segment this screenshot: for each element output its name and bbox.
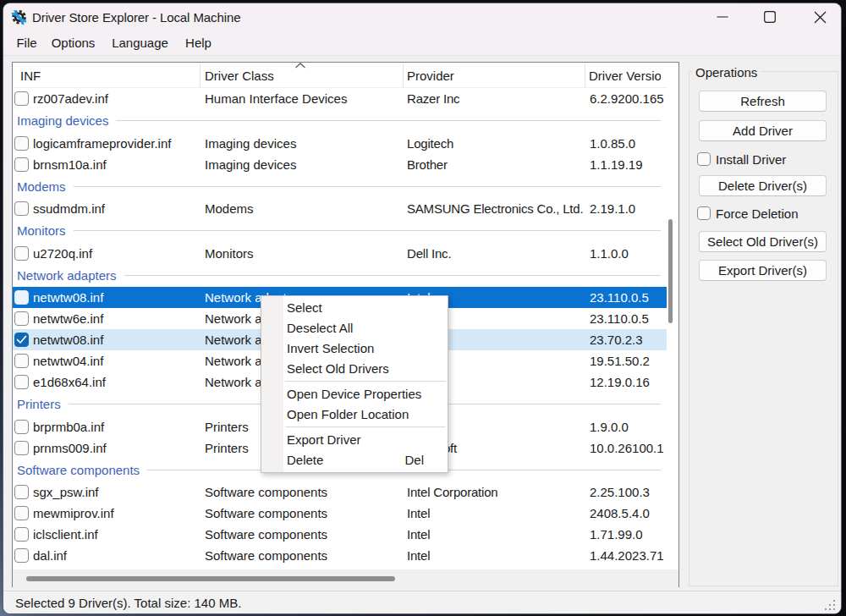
cell-version: 1.0.85.0 <box>590 133 667 154</box>
menu-options[interactable]: Options <box>46 32 101 54</box>
row-checkbox[interactable] <box>14 136 29 151</box>
horizontal-scrollbar-thumb[interactable] <box>26 576 395 581</box>
cell-inf: brnsm10a.inf <box>33 154 199 175</box>
row-checkbox[interactable] <box>14 420 29 434</box>
cell-version: 10.0.26100.1 <box>590 437 667 459</box>
context-menu-item-delete[interactable]: DeleteDel <box>261 450 448 470</box>
group-label: Software components <box>17 463 140 477</box>
status-text: Selected 9 Driver(s). Total size: 140 MB… <box>15 591 241 613</box>
driver-row[interactable]: rz007adev.infHuman Interface DevicesRaze… <box>13 88 667 109</box>
cell-provider: SAMSUNG Electronics Co., Ltd. <box>407 198 589 219</box>
group-label: Monitors <box>17 223 66 238</box>
cell-version: 6.2.9200.165 <box>590 88 667 109</box>
group-line <box>74 230 661 231</box>
horizontal-scrollbar-track[interactable] <box>13 569 678 587</box>
menu-help[interactable]: Help <box>179 32 217 54</box>
group-line <box>74 186 661 187</box>
group-header-row: Network adapters <box>13 264 667 288</box>
column-header-provider[interactable]: Provider <box>407 63 585 88</box>
group-header-row: Imaging devices <box>13 109 667 133</box>
menu-file[interactable]: File <box>11 32 42 54</box>
context-menu-item-open-folder-location[interactable]: Open Folder Location <box>261 404 448 425</box>
group-header-row: Monitors <box>13 219 667 243</box>
cell-inf: rz007adev.inf <box>33 88 199 109</box>
driver-row[interactable]: brnsm10a.infImaging devicesBrother1.1.19… <box>13 154 667 175</box>
context-menu-item-label: Open Folder Location <box>287 407 409 421</box>
context-menu-item-select-old-drivers[interactable]: Select Old Drivers <box>261 359 448 379</box>
driver-row[interactable]: u2720q.infMonitorsDell Inc.1.1.0.0 <box>13 243 667 264</box>
row-checkbox-checked[interactable] <box>14 333 29 347</box>
cell-version: 1.1.19.19 <box>590 154 667 175</box>
cell-class: Software components <box>205 545 401 566</box>
row-checkbox[interactable] <box>14 157 29 172</box>
driver-row[interactable]: logicamframeprovider.infImaging devicesL… <box>13 133 667 154</box>
close-button[interactable] <box>800 3 839 30</box>
row-checkbox[interactable] <box>14 311 29 326</box>
cell-version: 2.25.100.3 <box>590 481 667 503</box>
context-menu-shortcut: Del <box>404 450 424 470</box>
cell-inf: logicamframeprovider.inf <box>33 133 199 154</box>
driver-row[interactable]: sgx_psw.infSoftware componentsIntel Corp… <box>13 481 667 503</box>
group-label: Printers <box>17 397 61 411</box>
app-icon <box>10 8 27 25</box>
cell-provider: Razer Inc <box>407 88 589 109</box>
refresh-button[interactable]: Refresh <box>699 91 827 112</box>
export-driver-s-button[interactable]: Export Driver(s) <box>699 260 827 281</box>
row-checkbox[interactable] <box>14 375 29 389</box>
cell-version: 12.19.0.16 <box>590 371 667 393</box>
row-checkbox[interactable] <box>14 548 29 563</box>
cell-inf: brprmb0a.inf <box>33 416 199 437</box>
cell-provider: Logitech <box>407 133 589 154</box>
row-checkbox[interactable] <box>14 246 29 261</box>
resize-grip[interactable] <box>825 600 836 611</box>
app-window: Driver Store Explorer - Local Machine Fi… <box>3 3 841 613</box>
cell-version: 1.1.0.0 <box>590 243 667 264</box>
row-checkbox[interactable] <box>14 527 29 542</box>
context-menu-item-deselect-all[interactable]: Deselect All <box>261 318 448 338</box>
cell-inf: netwtw08.inf <box>33 287 199 308</box>
list-header: INFDriver ClassProviderDriver Version <box>13 63 678 88</box>
vertical-scrollbar-thumb[interactable] <box>668 219 673 323</box>
driver-row[interactable]: iclsclient.infSoftware componentsIntel1.… <box>13 524 667 545</box>
context-menu-item-open-device-properties[interactable]: Open Device Properties <box>261 384 448 404</box>
row-checkbox[interactable] <box>14 290 29 305</box>
row-checkbox[interactable] <box>14 441 29 455</box>
context-menu-item-invert-selection[interactable]: Invert Selection <box>261 338 448 359</box>
delete-driver-s-button[interactable]: Delete Driver(s) <box>699 175 827 196</box>
minimize-button[interactable] <box>703 3 742 30</box>
row-checkbox[interactable] <box>14 485 29 499</box>
operations-panel-title: Operations <box>692 66 761 80</box>
cell-version: 2408.5.4.0 <box>590 503 667 524</box>
add-driver-button[interactable]: Add Driver <box>699 120 827 141</box>
row-checkbox[interactable] <box>14 201 29 216</box>
select-old-driver-s-button[interactable]: Select Old Driver(s) <box>699 231 827 252</box>
context-menu-item-select[interactable]: Select <box>261 298 448 318</box>
cell-provider: Intel <box>407 545 589 566</box>
context-menu-item-label: Select <box>287 300 322 315</box>
cell-class: Imaging devices <box>205 154 401 175</box>
context-menu-item-export-driver[interactable]: Export Driver <box>261 430 448 450</box>
group-line <box>116 120 661 121</box>
row-checkbox[interactable] <box>14 91 29 106</box>
row-checkbox[interactable] <box>14 506 29 520</box>
statusbar: Selected 9 Driver(s). Total size: 140 MB… <box>3 591 841 613</box>
context-menu-item-label: Delete <box>287 453 323 467</box>
titlebar: Driver Store Explorer - Local Machine <box>3 3 841 30</box>
driver-row[interactable]: ssudmdm.infModemsSAMSUNG Electronics Co.… <box>13 198 667 219</box>
maximize-button[interactable] <box>750 3 789 30</box>
force-deletion-checkbox[interactable] <box>697 206 711 220</box>
install-driver-checkbox[interactable] <box>697 152 711 166</box>
driver-row[interactable]: dal.infSoftware componentsIntel1.44.2023… <box>13 545 667 566</box>
driver-row[interactable]: mewmiprov.infSoftware componentsIntel240… <box>13 503 667 524</box>
close-icon <box>814 11 827 24</box>
row-checkbox[interactable] <box>14 354 29 368</box>
context-menu: SelectDeselect AllInvert SelectionSelect… <box>261 295 448 473</box>
menu-language[interactable]: Language <box>105 32 175 54</box>
column-header-driver-class[interactable]: Driver Class <box>205 63 401 88</box>
cell-inf: dal.inf <box>33 545 199 566</box>
window-title: Driver Store Explorer - Local Machine <box>32 3 240 30</box>
column-header-inf[interactable]: INF <box>20 63 198 88</box>
checkbox-label: Force Deletion <box>716 206 799 220</box>
column-header-driver-version[interactable]: Driver Version <box>589 63 661 88</box>
checkbox-label: Install Driver <box>716 152 786 166</box>
